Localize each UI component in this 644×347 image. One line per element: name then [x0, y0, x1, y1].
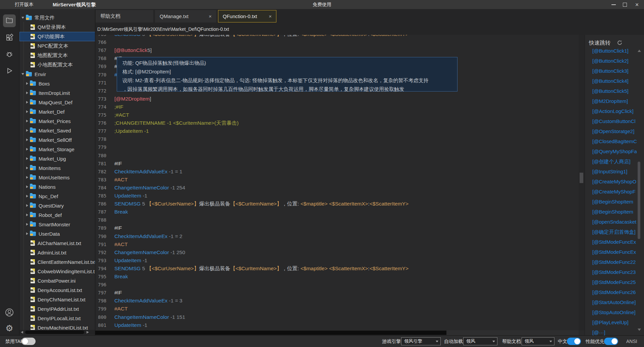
tree-horizontal-scrollbar[interactable]: [19, 330, 95, 335]
code-line[interactable]: 798CheckItemAddValueEx -1 = 3: [95, 297, 579, 305]
code-line[interactable]: 796: [95, 281, 579, 289]
account-button[interactable]: [3, 307, 16, 320]
quick-jump-link[interactable]: [@ActionLogClick]: [592, 108, 637, 116]
tab-close-icon[interactable]: ×: [204, 13, 212, 19]
code-line[interactable]: 767[@ButtonClick5]: [95, 46, 579, 54]
code-line[interactable]: 792ChangeItemNameColor -1 250: [95, 248, 579, 256]
code-line[interactable]: 797#IF: [95, 289, 579, 297]
code-line[interactable]: 801UpdateItem -1: [95, 321, 579, 329]
chevron-right-icon[interactable]: [26, 110, 28, 113]
code-line[interactable]: 784ChangeItemNameColor -1 254: [95, 184, 579, 192]
tree-file-item[interactable]: DenyChrNameList.txt: [19, 295, 95, 304]
code-line[interactable]: 779: [95, 143, 579, 151]
tree-file-item[interactable]: QM登录脚本: [19, 22, 95, 32]
quick-jump-link[interactable]: [@StdModeFunc22: [592, 259, 637, 267]
code-line[interactable]: 776;CHANGEITEMNAME -1 <$CurItemName>(天雷暴…: [95, 119, 579, 127]
tree-folder-item[interactable]: MonItems: [19, 163, 95, 173]
code-line[interactable]: 790CheckItemAddValueEx -1 = 2: [95, 232, 579, 240]
code-line[interactable]: 800ChangeItemNameColor -1 151: [95, 313, 579, 321]
editor-vertical-scrollbar[interactable]: [579, 35, 585, 330]
code-line[interactable]: 766: [95, 38, 579, 46]
quick-jump-link[interactable]: [@CreateMyShopF: [592, 189, 637, 196]
chevron-right-icon[interactable]: [26, 101, 28, 104]
code-line[interactable]: 799#ACT: [95, 305, 579, 313]
tree-file-item[interactable]: NPC配置文本: [19, 41, 95, 51]
extensions-button[interactable]: [3, 32, 16, 45]
chevron-right-icon[interactable]: [26, 195, 28, 197]
code-line[interactable]: 774;#IF: [95, 103, 579, 111]
quick-jump-link[interactable]: [@CustomButtonCl: [592, 118, 637, 126]
chevron-right-icon[interactable]: [26, 223, 28, 226]
tree-file-item[interactable]: 小地图配置文本: [19, 60, 95, 69]
code-line[interactable]: 793UpdateItem -1: [95, 256, 579, 265]
quick-jump-link[interactable]: [@创建个人商店]: [592, 159, 637, 166]
quick-jump-link[interactable]: [@StdModeFunc26: [592, 289, 637, 297]
code-line[interactable]: 785UpdateItem -1: [95, 192, 579, 200]
chevron-right-icon[interactable]: [26, 204, 28, 207]
chevron-right-icon[interactable]: [26, 148, 28, 151]
code-line[interactable]: 777;UpdateItem -1: [95, 127, 579, 135]
chevron-down-icon[interactable]: [21, 73, 24, 75]
tree-folder-item[interactable]: Market_Storage: [19, 144, 95, 154]
editor-horizontal-scrollbar[interactable]: [95, 330, 579, 335]
code-line[interactable]: 787Break: [95, 208, 579, 216]
tree-folder-item[interactable]: Robot_def: [19, 210, 95, 220]
help-doc-select[interactable]: 领风: [522, 337, 554, 345]
editor-hscrollbar-thumb[interactable]: [95, 331, 446, 335]
code-line[interactable]: 794SENDMSG 5 【<$CurUserName>】爆出极品装备【<$Cu…: [95, 265, 579, 273]
code-line[interactable]: 773[@M2DropItem]: [95, 95, 579, 103]
tree-folder-item[interactable]: Npc_Def: [19, 191, 95, 201]
quick-jump-link[interactable]: [@ButtonClick3]: [592, 68, 637, 75]
quickjump-scrollbar-thumb[interactable]: [638, 162, 640, 239]
quick-jump-link[interactable]: [@PlayLevelUp]: [592, 320, 637, 327]
tree-folder-item[interactable]: Market_Saved: [19, 126, 95, 135]
tree-folder-item[interactable]: Nations: [19, 182, 95, 191]
quick-jump-link[interactable]: [@ClosedBagItemC: [592, 138, 637, 146]
run-button[interactable]: [3, 65, 16, 78]
tree-file-item[interactable]: QF功能脚本: [19, 32, 95, 41]
code-line[interactable]: 782CheckItemAddValueEx -1 = 1: [95, 168, 579, 176]
tree-folder-item[interactable]: MonUseItems: [19, 173, 95, 182]
code-line[interactable]: 791#ACT: [95, 240, 579, 248]
chevron-right-icon[interactable]: [26, 92, 28, 94]
scroll-right-icon[interactable]: [87, 331, 89, 334]
tree-folder-item[interactable]: Market_Upg: [19, 154, 95, 163]
quick-jump-link[interactable]: [@M2DropItem]: [592, 98, 637, 106]
tab-帮助文档[interactable]: 帮助文档: [96, 10, 153, 22]
tree-file-item[interactable]: CombatPower.ini: [19, 276, 95, 285]
quick-jump-link[interactable]: [@BeginShopItem: [592, 199, 637, 206]
performance-toggle[interactable]: [604, 338, 618, 345]
quick-jump-link[interactable]: [@ButtonClick1]: [592, 48, 637, 55]
tree-folder-item[interactable]: ItemDropLimit: [19, 88, 95, 98]
refresh-icon[interactable]: [617, 40, 623, 47]
code-line[interactable]: 765SENDMSG 5 【<$CurUserName>】爆出极品装备【<$Cu…: [95, 35, 579, 38]
code-line[interactable]: 786SENDMSG 5 【<$CurUserName>】爆出极品装备【<$Cu…: [95, 200, 579, 208]
chevron-right-icon[interactable]: [26, 129, 28, 132]
tree-file-item[interactable]: CobwebWindingItemList.t: [19, 267, 95, 276]
editor-vscrollbar-thumb[interactable]: [580, 173, 583, 183]
quick-jump-link[interactable]: [@StdModeFuncEx: [592, 249, 637, 256]
quick-jump-link[interactable]: [@openSndacasket: [592, 219, 637, 226]
tree-folder-item[interactable]: SmartMonster: [19, 220, 95, 229]
tree-file-item[interactable]: ClientEatItemNameList.txt: [19, 257, 95, 267]
close-button[interactable]: ×: [631, 0, 643, 9]
tree-file-item[interactable]: AdminList.txt: [19, 248, 95, 257]
quick-jump-link[interactable]: [@ButtonClick2]: [592, 58, 637, 65]
tree-folder-item[interactable]: UserData: [19, 229, 95, 238]
quickjump-scroll-down-icon[interactable]: [638, 329, 641, 331]
chevron-right-icon[interactable]: [26, 176, 28, 179]
quick-jump-link[interactable]: [@StartAutoOnline]: [592, 299, 637, 307]
auto-load-select[interactable]: 领风: [463, 337, 497, 345]
tree-folder-item[interactable]: MapQuest_Def: [19, 98, 95, 107]
code-line[interactable]: 778: [95, 135, 579, 143]
chinese-toggle[interactable]: [567, 338, 581, 345]
tree-folder-item[interactable]: Market_Def: [19, 107, 95, 116]
chevron-right-icon[interactable]: [26, 167, 28, 169]
tab-QManage.txt[interactable]: QManage.txt×: [155, 10, 216, 22]
chevron-right-icon[interactable]: [26, 138, 28, 141]
chevron-right-icon[interactable]: [26, 185, 28, 188]
code-line[interactable]: 780: [95, 152, 579, 160]
chevron-right-icon[interactable]: [26, 120, 28, 122]
tree-file-item[interactable]: AICharNameList.txt: [19, 238, 95, 248]
maximize-button[interactable]: [619, 0, 631, 9]
